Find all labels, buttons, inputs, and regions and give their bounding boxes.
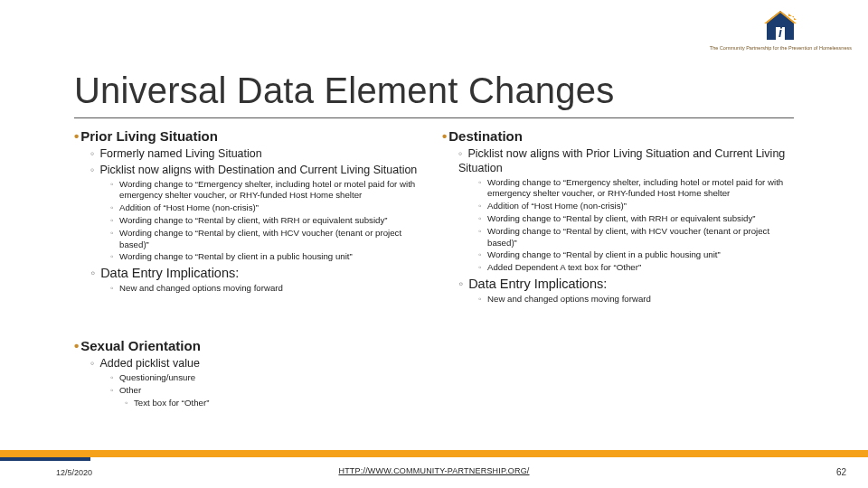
slide: i The Community Partnership for the Prev… bbox=[0, 0, 868, 488]
right-bullet: Addition of “Host Home (non-crisis)” bbox=[478, 201, 797, 211]
right-impl-heading: ◦Data Entry Implications: bbox=[458, 276, 797, 293]
right-bullet: Wording change to “Emergency shelter, in… bbox=[478, 177, 797, 200]
left-bullet: Wording change to “Rental by client, wit… bbox=[110, 228, 429, 250]
page-number: 62 bbox=[836, 467, 846, 477]
footer-accent bbox=[0, 457, 90, 461]
left-heading: •Prior Living Situation bbox=[74, 128, 429, 144]
left-bullet: Wording change to “Rental by client, wit… bbox=[110, 215, 429, 226]
right-bullet: Added Dependent A text box for “Other” bbox=[478, 262, 797, 273]
left-bullet: Wording change to “Emergency shelter, in… bbox=[110, 179, 429, 202]
page-title: Universal Data Element Changes bbox=[74, 70, 614, 111]
left-impl-bullet: New and changed options moving forward bbox=[110, 283, 429, 294]
right-bullet: Wording change to “Rental by client in a… bbox=[478, 249, 797, 260]
right-column: •Destination ◦Picklist now aligns with P… bbox=[442, 128, 797, 306]
right-impl-bullet: New and changed options moving forward bbox=[478, 294, 797, 305]
right-bullet: Wording change to “Rental by client, wit… bbox=[478, 213, 797, 224]
left-sub-item: ◦Picklist now aligns with Destination an… bbox=[90, 163, 429, 177]
left-bullet: Addition of “Host Home (non-crisis)” bbox=[110, 202, 429, 213]
footer-url[interactable]: HTTP://WWW.COMMUNITY-PARTNERSHIP.ORG/ bbox=[0, 466, 868, 475]
content-columns: •Prior Living Situation ◦Formerly named … bbox=[74, 128, 797, 306]
sexual-orientation-section: •Sexual Orientation ◦Added picklist valu… bbox=[74, 338, 436, 410]
logo-caption: The Community Partnership for the Preven… bbox=[710, 45, 852, 51]
right-sub-item: ◦Picklist now aligns with Prior Living S… bbox=[458, 146, 797, 175]
left-column: •Prior Living Situation ◦Formerly named … bbox=[74, 128, 429, 306]
sexual-sub-item: ◦Added picklist value bbox=[90, 356, 436, 371]
left-heading-text: Prior Living Situation bbox=[80, 128, 218, 144]
left-bullet: Wording change to “Rental by client in a… bbox=[110, 251, 429, 262]
sexual-heading: •Sexual Orientation bbox=[74, 338, 436, 353]
title-underline bbox=[74, 117, 794, 118]
right-bullet: Wording change to “Rental by client, wit… bbox=[478, 226, 797, 249]
org-logo: i The Community Partnership for the Prev… bbox=[710, 5, 852, 51]
sexual-heading-text: Sexual Orientation bbox=[80, 338, 201, 353]
right-heading: •Destination bbox=[442, 128, 797, 144]
footer-bar bbox=[0, 450, 868, 457]
house-icon: i bbox=[761, 5, 799, 43]
left-sub-item: ◦Formerly named Living Situation bbox=[90, 146, 429, 161]
sexual-sub-bullet: Text box for “Other” bbox=[125, 398, 436, 408]
sexual-bullet: Questioning/unsure bbox=[110, 372, 436, 383]
left-impl-heading: ◦Data Entry Implications: bbox=[90, 265, 429, 282]
sexual-bullet: Other bbox=[110, 385, 436, 396]
right-heading-text: Destination bbox=[448, 128, 523, 144]
